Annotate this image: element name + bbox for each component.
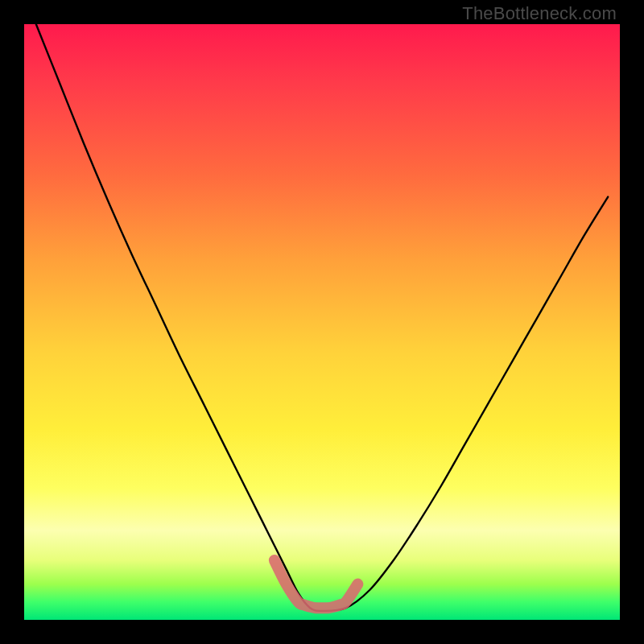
- optimal-band-marker: [275, 560, 358, 608]
- curve-layer: [24, 24, 620, 620]
- bottleneck-curve: [36, 24, 608, 611]
- chart-frame: TheBottleneck.com: [0, 0, 644, 644]
- plot-area: [24, 24, 620, 620]
- watermark-text: TheBottleneck.com: [462, 3, 617, 24]
